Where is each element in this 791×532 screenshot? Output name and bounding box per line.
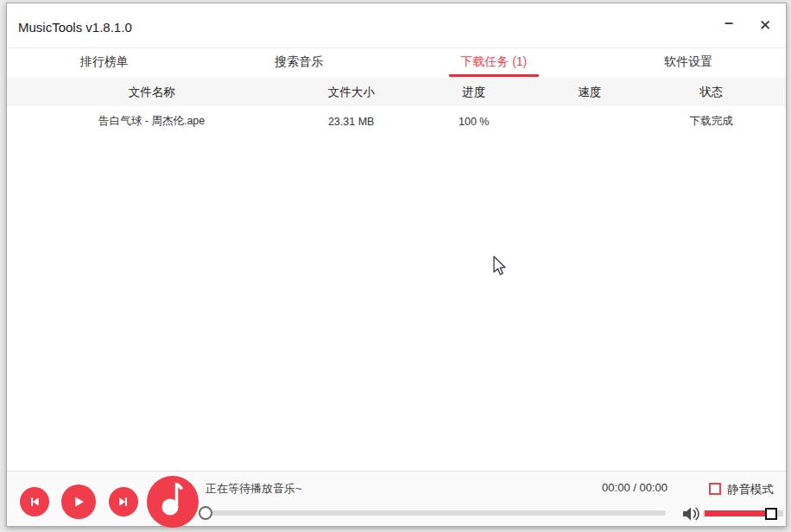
minimize-button[interactable]: –	[710, 3, 748, 48]
seek-slider-track[interactable]	[202, 510, 666, 516]
header-file-size: 文件大小	[297, 85, 406, 100]
tab-download-tasks-label: 下载任务 (1)	[460, 54, 527, 68]
skip-next-icon	[117, 495, 130, 509]
tab-search-music[interactable]: 搜索音乐	[202, 48, 397, 78]
cell-file-name: 告白气球 - 周杰伦.ape	[7, 114, 297, 129]
table-row[interactable]: 告白气球 - 周杰伦.ape 23.31 MB 100 % 下载完成	[7, 106, 786, 136]
previous-track-button[interactable]	[20, 487, 49, 516]
next-track-button[interactable]	[109, 487, 138, 516]
seek-slider-thumb[interactable]	[199, 506, 212, 520]
active-tab-underline	[449, 74, 539, 77]
volume-slider-thumb[interactable]	[765, 508, 777, 520]
header-status: 状态	[637, 85, 786, 100]
close-button[interactable]: ✕	[746, 3, 784, 48]
cell-progress: 100 %	[406, 116, 542, 128]
playback-time: 00:00 / 00:00	[490, 481, 668, 494]
mouse-cursor	[490, 256, 508, 276]
mute-checkbox[interactable]	[709, 483, 721, 495]
player-bar: 正在等待播放音乐~ 00:00 / 00:00 静音模式	[7, 471, 786, 526]
tab-rankings-label: 排行榜单	[80, 54, 129, 68]
music-note-icon	[147, 476, 199, 528]
app-window: MusicTools v1.8.1.0 – ✕ 排行榜单 搜索音乐 下载任务 (…	[6, 3, 787, 527]
cell-file-size: 23.31 MB	[297, 116, 406, 128]
header-file-name: 文件名称	[7, 85, 297, 100]
skip-previous-icon	[28, 495, 41, 509]
tab-download-tasks[interactable]: 下载任务 (1)	[396, 48, 592, 78]
play-icon	[71, 494, 86, 510]
tab-settings[interactable]: 软件设置	[592, 48, 787, 78]
now-playing-button[interactable]	[147, 476, 199, 528]
table-header: 文件名称 文件大小 进度 速度 状态	[7, 78, 786, 106]
tab-bar: 排行榜单 搜索音乐 下载任务 (1) 软件设置	[7, 48, 786, 78]
tab-rankings[interactable]: 排行榜单	[7, 48, 202, 78]
header-progress: 进度	[406, 85, 542, 100]
speaker-icon	[681, 506, 702, 522]
title-bar: MusicTools v1.8.1.0 – ✕	[7, 3, 786, 48]
playback-status-text: 正在等待播放音乐~	[206, 481, 302, 497]
tab-search-music-label: 搜索音乐	[275, 54, 323, 68]
window-title: MusicTools v1.8.1.0	[18, 20, 132, 35]
play-button[interactable]	[61, 484, 96, 519]
header-speed: 速度	[542, 85, 637, 100]
volume-fill	[705, 510, 773, 516]
mute-label: 静音模式	[727, 482, 774, 497]
tab-settings-label: 软件设置	[664, 54, 712, 68]
cell-status: 下载完成	[637, 114, 786, 129]
